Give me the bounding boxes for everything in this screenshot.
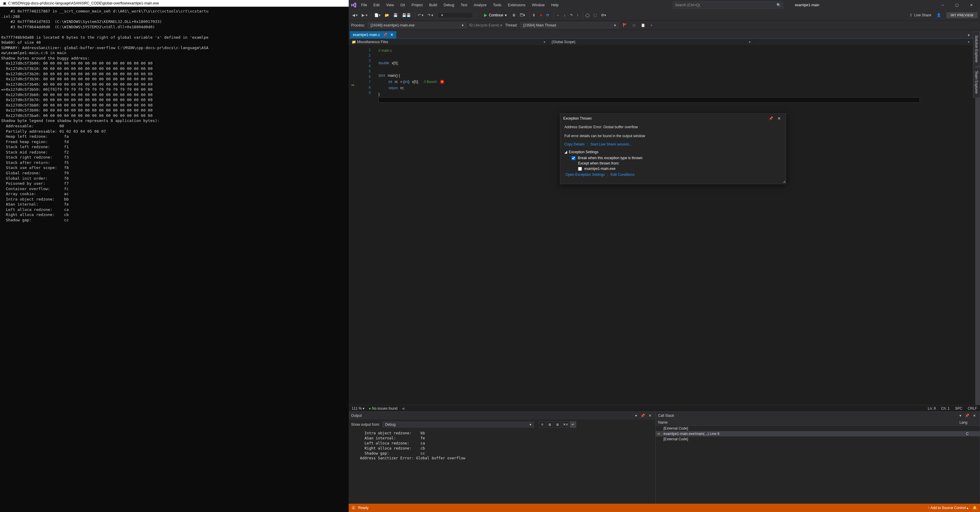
callstack-header[interactable]: Call Stack ▾ 📌 ✕	[656, 412, 980, 420]
pause-button[interactable]: ⏸	[529, 12, 537, 18]
menu-edit[interactable]: Edit	[371, 2, 383, 8]
code-content[interactable]: // main.c double x[5]; ⊟int main() { int…	[375, 46, 980, 405]
menu-file[interactable]: File	[358, 2, 370, 8]
menu-view[interactable]: View	[383, 2, 397, 8]
config-combo[interactable]: ▾	[438, 12, 473, 18]
step-out-button[interactable]: ↑	[576, 13, 580, 18]
stack-frame-label[interactable]: 📋	[640, 22, 646, 28]
window-options-icon[interactable]: ▾	[958, 413, 963, 418]
callstack-row[interactable]: [External Code]	[656, 426, 980, 431]
output-source-combo[interactable]: Debug ▾	[382, 421, 534, 428]
nav-scope-combo[interactable]: (Global Scope) ▾	[549, 39, 754, 45]
pin-icon[interactable]: 📌	[383, 33, 387, 37]
zoom-level[interactable]: 111 % ▾	[352, 406, 364, 410]
undo-button[interactable]: ↶ ▾	[415, 12, 425, 18]
stop-button[interactable]: ■	[538, 13, 543, 18]
close-icon[interactable]: ✕	[776, 116, 783, 121]
pin-icon[interactable]: 📌	[963, 413, 971, 418]
callstack-row[interactable]: ➪ examlpe1-main.exe!main(...) Line 6 C	[656, 431, 980, 436]
break-checkbox[interactable]	[571, 156, 575, 160]
step-into-button[interactable]: ↓	[563, 13, 567, 18]
redo-button[interactable]: ↷ ▾	[426, 13, 434, 18]
nav-project-combo[interactable]: 📁 Miscellaneous Files ▾	[349, 39, 549, 45]
stack-frame-next[interactable]: ▾	[649, 22, 654, 28]
edit-conditions-link[interactable]: Edit Conditions	[611, 173, 635, 177]
pin-icon[interactable]: 📌	[767, 116, 776, 121]
output-wordwrap-icon[interactable]: ↵	[570, 421, 576, 428]
close-icon[interactable]: ✕	[647, 413, 653, 418]
nav-fwd-button[interactable]: ▶ ▾	[361, 13, 368, 18]
process-combo[interactable]: [24348] examlpe1-main.exe ▾	[368, 22, 466, 28]
live-share-button[interactable]: ⇪ Live Share	[907, 13, 934, 18]
nav-back-button[interactable]: ◀ ▾	[351, 13, 359, 18]
close-button[interactable]: ✕	[964, 1, 978, 10]
output-panel-header[interactable]: Output ▾ 📌 ✕	[349, 412, 655, 420]
tools-button[interactable]: ⚙▾	[600, 13, 607, 18]
output-clear-icon[interactable]: ✕≡	[562, 421, 568, 428]
console-titlebar[interactable]: ▣ C:\MSDN\cpp-docs-pr\docs\c-language\AS…	[0, 0, 349, 7]
notifications-icon[interactable]: 🔔	[972, 506, 977, 510]
restart-button[interactable]: ⟳	[545, 13, 550, 18]
close-icon[interactable]: ✕	[971, 413, 977, 418]
stack-frame-prev[interactable]: ⊟	[631, 22, 637, 28]
output-prev-icon[interactable]: ≣	[547, 421, 553, 428]
save-all-button[interactable]: 💾💾	[401, 13, 412, 18]
start-liveshare-link[interactable]: Start Live Share session...	[590, 142, 632, 146]
close-tab-icon[interactable]: ✕	[390, 33, 393, 37]
indent-indicator[interactable]: SPC	[955, 406, 963, 410]
exception-popup-header[interactable]: Exception Thrown 📌 ✕	[560, 114, 786, 123]
feedback-button[interactable]: 👤	[935, 13, 942, 18]
quick-launch-search[interactable]: Search (Ctrl+Q) 🔍	[673, 2, 783, 9]
output-find-icon[interactable]: ≡	[539, 421, 545, 428]
tab-dropdown-icon[interactable]: ▾	[966, 32, 971, 38]
file-tab-active[interactable]: examlpe1-main.c 📌 ✕	[350, 31, 396, 38]
output-next-icon[interactable]: ≣	[554, 421, 561, 428]
flag-button[interactable]: 🚩	[622, 22, 628, 28]
add-source-control-button[interactable]: ↑ Add to Source Control ▴	[928, 506, 969, 510]
line-indicator[interactable]: Ln: 9	[928, 406, 936, 410]
maximize-button[interactable]: ▢	[950, 1, 964, 10]
nav-prev-icon[interactable]: ◀	[402, 406, 404, 410]
lifecycle-events-button[interactable]: 🗘 Lifecycle Events ▾	[469, 23, 502, 27]
menu-extensions[interactable]: Extensions	[505, 2, 528, 8]
menu-debug[interactable]: Debug	[441, 2, 457, 8]
step-over-button[interactable]: ↷	[568, 13, 574, 18]
minimize-button[interactable]: ─	[936, 1, 950, 10]
continue-button[interactable]: ▶ Continue ▾	[482, 12, 509, 18]
console-output[interactable]: #1 0x7ff748217867 in __scrt_common_main_…	[0, 7, 349, 512]
menu-project[interactable]: Project	[409, 2, 425, 8]
menu-help[interactable]: Help	[548, 2, 562, 8]
col-name[interactable]: Name	[658, 420, 959, 425]
exception-settings-header[interactable]: ◢ Exception Settings	[565, 150, 781, 154]
show-next-statement-button[interactable]: →	[554, 12, 561, 18]
output-text[interactable]: Intra object redzone: bb ASan internal: …	[349, 429, 655, 504]
col-lang[interactable]: Lang	[959, 420, 977, 425]
thread-combo[interactable]: [23584] Main Thread ▾	[520, 22, 619, 28]
code-editor[interactable]: ⇨ 1 2 3 4 5 6 7 8 9 // main.c double x[5…	[349, 46, 980, 405]
callstack-row[interactable]: [External Code]	[656, 436, 980, 442]
hex-button[interactable]: ⬚	[592, 13, 598, 18]
col-indicator[interactable]: Ch: 1	[941, 406, 950, 410]
open-exception-settings-link[interactable]: Open Exception Settings	[566, 173, 605, 177]
menu-tools[interactable]: Tools	[490, 2, 504, 8]
debug-windows-button[interactable]: 🗔▾	[519, 13, 526, 18]
pin-icon[interactable]: 📌	[639, 413, 646, 418]
menu-git[interactable]: Git	[398, 2, 408, 8]
menu-window[interactable]: Window	[529, 2, 548, 8]
error-glyph-icon[interactable]: ✕	[440, 80, 444, 84]
save-button[interactable]: 💾	[392, 13, 399, 18]
solution-explorer-tab[interactable]: Solution Explorer	[973, 32, 980, 66]
breakpoints-button[interactable]: ◯	[583, 12, 590, 18]
debug-target-button[interactable]: 🖥	[511, 13, 517, 18]
resize-grip-icon[interactable]: ◢	[783, 180, 785, 183]
menu-test[interactable]: Test	[458, 2, 470, 8]
nav-member-combo[interactable]: ▾	[754, 39, 973, 45]
new-item-button[interactable]: 📄▾	[372, 12, 382, 18]
copy-details-link[interactable]: Copy Details	[565, 142, 585, 146]
team-explorer-tab[interactable]: Team Explorer	[973, 67, 980, 98]
vertical-scrollbar[interactable]	[975, 46, 980, 405]
window-options-icon[interactable]: ▾	[634, 413, 638, 418]
issues-label[interactable]: No issues found	[372, 406, 398, 410]
menu-analyze[interactable]: Analyze	[471, 2, 490, 8]
lineending-indicator[interactable]: CRLF	[968, 406, 977, 410]
